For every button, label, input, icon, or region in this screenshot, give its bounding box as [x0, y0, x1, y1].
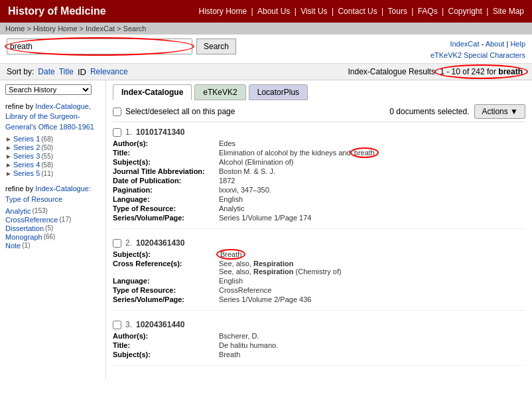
type-crossref-link[interactable]: CrossReference — [5, 216, 58, 224]
series-1-item: ► Series 1 (68) — [5, 135, 100, 143]
series-3-arrow: ► — [5, 153, 12, 160]
svp-value-2: Series 1/Volume 2/Page 436 — [219, 295, 311, 303]
refine-type-heading: refine by Index-Catalogue: Type of Resou… — [5, 184, 100, 204]
nav-about-us[interactable]: About Us — [257, 7, 290, 16]
record-3-authors: Author(s): Bscherer, D. — [113, 332, 525, 340]
actions-button[interactable]: Actions ▼ — [474, 104, 525, 119]
authors-label: Author(s): — [113, 139, 219, 147]
about-link[interactable]: About — [486, 40, 505, 48]
record-2: 2. 10204361430 Subject(s): Breath Cross … — [113, 238, 525, 311]
sort-id-active: ID — [78, 67, 86, 77]
tab-locatorplus[interactable]: LocatorPlus — [249, 84, 308, 100]
type-value-1: Analytic — [219, 204, 245, 212]
sort-date[interactable]: Date — [38, 67, 54, 76]
breath-highlight-1: breath — [353, 149, 376, 157]
pagination-label-1: Pagination: — [113, 186, 219, 194]
record-1-authors: Author(s): Edes — [113, 139, 525, 147]
special-chars-link[interactable]: eTKeVK2 Special Characters — [431, 51, 525, 59]
type-monograph-count: (66) — [44, 233, 56, 240]
series-1-link[interactable]: Series 1 — [13, 135, 40, 143]
type-dissertation-count: (5) — [45, 224, 53, 232]
search-input[interactable] — [7, 39, 192, 54]
type-monograph-item: Monograph (66) — [5, 233, 100, 241]
svp-value-1: Series 1/Volume 1/Page 174 — [219, 214, 311, 222]
authors-value-3: Bscherer, D. — [219, 332, 259, 340]
nav-faqs[interactable]: FAQs — [418, 7, 438, 16]
nav-contact-us[interactable]: Contact Us — [338, 7, 377, 16]
record-1: 1. 10101741340 Author(s): Edes Title: El… — [113, 127, 525, 229]
nav-tours[interactable]: Tours — [388, 7, 407, 16]
indexcat-link[interactable]: IndexCat — [450, 40, 479, 48]
record-1-date: Date of Publication: 1872 — [113, 177, 525, 185]
nav-history-home[interactable]: History Home — [198, 7, 247, 16]
refine-series-section: refine by Index-Catalogue, Library of th… — [5, 102, 100, 177]
select-all-label: Select/deselect all on this page — [125, 107, 235, 116]
select-all-row: Select/deselect all on this page — [113, 107, 235, 116]
header: History of Medicine History Home | About… — [0, 0, 532, 23]
series-1-arrow: ► — [5, 135, 12, 143]
tab-index-catalogue[interactable]: Index-Catalogue — [113, 84, 192, 100]
series-5-count: (11) — [41, 170, 53, 177]
series-5-link[interactable]: Series 5 — [13, 169, 40, 177]
subjects-label-3: Subject(s): — [113, 351, 219, 358]
subjects-value-1: Alcohol (Elimination of) — [219, 158, 294, 166]
record-1-journal: Journal Title Abbreviation: Boston M. & … — [113, 167, 525, 175]
series-4-link[interactable]: Series 4 — [13, 161, 40, 169]
pagination-value-1: lxxxvi, 347–350. — [219, 186, 271, 194]
nav-site-map[interactable]: Site Map — [493, 7, 524, 16]
title-label-3: Title: — [113, 341, 219, 349]
series-2-arrow: ► — [5, 144, 12, 151]
tab-etke[interactable]: eTKeVK2 — [194, 84, 245, 100]
help-link[interactable]: Help — [510, 40, 525, 48]
series-4-item: ► Series 4 (58) — [5, 161, 100, 169]
record-1-svp: Series/Volume/Page: Series 1/Volume 1/Pa… — [113, 214, 525, 222]
actions-right: 0 documents selected. Actions ▼ — [389, 104, 525, 119]
svp-label-1: Series/Volume/Page: — [113, 214, 219, 222]
subjects-label-2: Subject(s): — [113, 250, 219, 258]
record-1-num: 1. — [125, 127, 132, 137]
crossref-label-2: Cross Reference(s): — [113, 260, 219, 276]
sort-options: Sort by: Date Title ID Relevance — [7, 67, 128, 77]
series-2-link[interactable]: Series 2 — [13, 143, 40, 151]
type-note-link[interactable]: Note — [5, 242, 21, 250]
record-3-checkbox[interactable] — [113, 321, 121, 329]
results-info: Index-Catalogue Results 1 - 10 of 242 fo… — [348, 66, 526, 77]
sort-relevance[interactable]: Relevance — [90, 67, 128, 76]
main-layout: Search History refine by Index-Catalogue… — [0, 80, 532, 379]
series-5-item: ► Series 5 (11) — [5, 169, 100, 177]
title-label: Title: — [113, 149, 219, 157]
type-monograph-link[interactable]: Monograph — [5, 233, 42, 241]
docs-selected-count: 0 documents selected. — [389, 107, 469, 116]
record-2-language: Language: English — [113, 277, 525, 285]
record-1-checkbox[interactable] — [113, 128, 121, 137]
authors-value: Edes — [219, 139, 235, 147]
record-1-id: 10101741340 — [136, 127, 184, 137]
record-2-checkbox[interactable] — [113, 239, 121, 248]
record-3-subjects: Subject(s): Breath — [113, 351, 525, 358]
date-value-1: 1872 — [219, 177, 235, 185]
search-history-select[interactable]: Search History — [5, 84, 92, 95]
series-4-arrow: ► — [5, 161, 12, 169]
results-range-highlight: 1 - 10 of 242 for breath — [437, 66, 525, 77]
record-2-num: 2. — [125, 238, 132, 248]
series-3-link[interactable]: Series 3 — [13, 152, 40, 160]
nav-visit-us[interactable]: Visit Us — [300, 7, 327, 16]
select-all-checkbox[interactable] — [113, 108, 121, 116]
actions-bar: Select/deselect all on this page 0 docum… — [113, 104, 525, 122]
title-value-3: De halitu humano. — [219, 341, 278, 349]
sort-title[interactable]: Title — [59, 67, 74, 76]
record-1-pagination: Pagination: lxxxvi, 347–350. — [113, 186, 525, 194]
refine-series-heading: refine by Index-Catalogue, Library of th… — [5, 102, 100, 132]
type-dissertation-link[interactable]: Dissertation — [5, 224, 44, 232]
record-2-type: Type of Resource: CrossReference — [113, 286, 525, 294]
nav-copyright[interactable]: Copyright — [448, 7, 482, 16]
refine-type-section: refine by Index-Catalogue: Type of Resou… — [5, 184, 100, 250]
subjects-label-1: Subject(s): — [113, 158, 219, 166]
breath-highlight-2: Breath — [219, 250, 243, 258]
search-button[interactable]: Search — [196, 39, 236, 54]
record-1-subjects: Subject(s): Alcohol (Elimination of) — [113, 158, 525, 166]
type-analytic-link[interactable]: Analytic — [5, 207, 31, 215]
type-label-2: Type of Resource: — [113, 286, 219, 294]
header-navigation: History Home | About Us | Visit Us | Con… — [198, 7, 524, 16]
record-3-id: 10204361440 — [136, 320, 184, 329]
